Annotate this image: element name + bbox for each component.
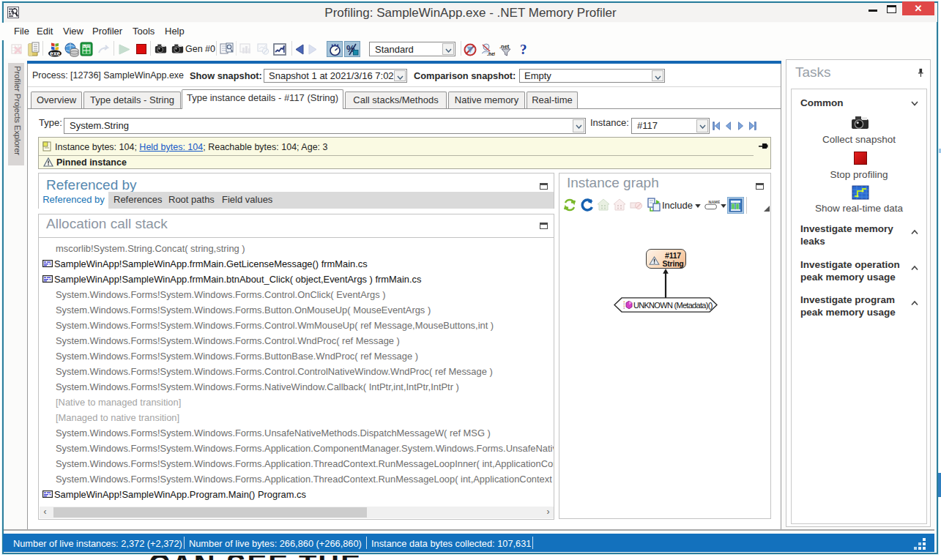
svg-text:NAME: NAME xyxy=(708,200,720,204)
svg-text:exe: exe xyxy=(50,50,60,57)
svg-text:CSV: CSV xyxy=(83,43,91,48)
svg-text:.net: .net xyxy=(487,51,495,56)
svg-text:?: ? xyxy=(520,42,527,57)
